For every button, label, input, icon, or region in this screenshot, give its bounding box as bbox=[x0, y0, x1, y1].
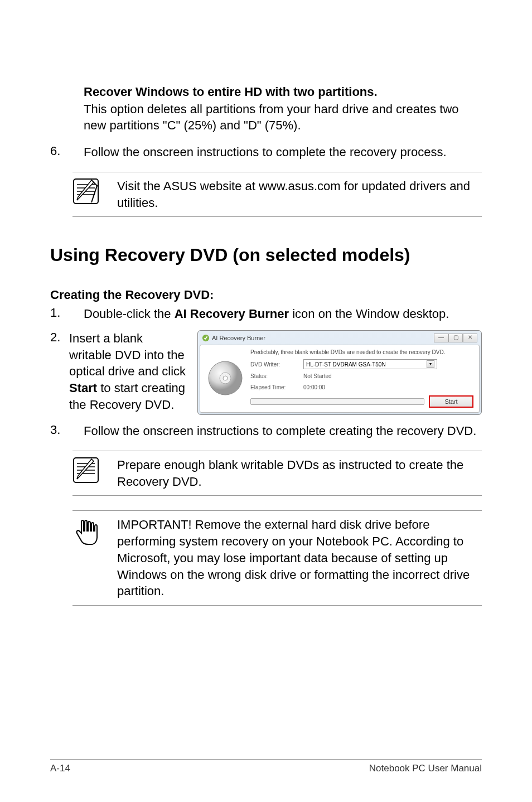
recover-title: Recover Windows to entire HD with two pa… bbox=[84, 84, 482, 101]
writer-value: HL-DT-ST DVDRAM GSA-T50N bbox=[306, 361, 386, 369]
maximize-button[interactable]: ▢ bbox=[448, 334, 463, 342]
ai-recovery-burner-window: AI Recovery Burner — ▢ ✕ bbox=[197, 330, 482, 416]
burner-titlebar: AI Recovery Burner — ▢ ✕ bbox=[200, 332, 480, 345]
writer-row: DVD Writer: HL-DT-ST DVDRAM GSA-T50N ▾ bbox=[250, 359, 473, 369]
manual-label: Notebook PC User Manual bbox=[369, 763, 482, 774]
step-3: 3. Follow the onscreen instructions to c… bbox=[50, 423, 482, 439]
step-2-text: Insert a blank writable DVD into the opt… bbox=[69, 330, 186, 416]
chevron-down-icon[interactable]: ▾ bbox=[427, 360, 434, 368]
step-3-number: 3. bbox=[50, 423, 84, 439]
minimize-button[interactable]: — bbox=[434, 334, 448, 342]
important-text: IMPORTANT! Remove the external hard disk… bbox=[106, 516, 482, 599]
step-1-text: Double-click the AI Recovery Burner icon… bbox=[84, 306, 482, 322]
step-1: 1. Double-click the AI Recovery Burner i… bbox=[50, 306, 482, 322]
step-2-prefix: Insert a blank writable DVD into the opt… bbox=[69, 331, 186, 378]
recover-desc: This option deletes all partitions from … bbox=[84, 101, 482, 134]
svg-point-4 bbox=[223, 376, 228, 380]
status-row: Status: Not Started bbox=[250, 373, 473, 380]
step-6-text: Follow the onscreen instructions to comp… bbox=[84, 144, 482, 161]
note-prepare-text: Prepare enough blank writable DVDs as in… bbox=[106, 457, 482, 490]
note-asus-website: Visit the ASUS website at www.asus.com f… bbox=[72, 172, 482, 217]
writer-label: DVD Writer: bbox=[250, 361, 303, 369]
page-number: A-14 bbox=[50, 763, 70, 774]
start-button[interactable]: Start bbox=[429, 395, 473, 408]
step-2-bold: Start bbox=[69, 381, 97, 395]
burner-body: Predictably, three blank writable DVDs a… bbox=[200, 345, 480, 413]
step-1-prefix: Double-click the bbox=[84, 307, 175, 321]
writer-combo[interactable]: HL-DT-ST DVDRAM GSA-T50N ▾ bbox=[303, 359, 437, 369]
status-value: Not Started bbox=[303, 373, 473, 380]
note-icon bbox=[72, 178, 106, 205]
step-1-suffix: icon on the Window desktop. bbox=[289, 307, 449, 321]
status-label: Status: bbox=[250, 373, 303, 380]
hand-icon bbox=[72, 516, 106, 547]
step-2-number: 2. bbox=[50, 330, 69, 416]
important-note: IMPORTANT! Remove the external hard disk… bbox=[72, 510, 482, 605]
step-2: 2. Insert a blank writable DVD into the … bbox=[50, 330, 482, 416]
note-asus-text: Visit the ASUS website at www.asus.com f… bbox=[106, 178, 482, 211]
elapsed-value: 00:00:00 bbox=[303, 384, 473, 392]
burner-fields: Predictably, three blank writable DVDs a… bbox=[250, 349, 473, 408]
subheading-creating-dvd: Creating the Recovery DVD: bbox=[50, 288, 482, 302]
note-prepare-dvds: Prepare enough blank writable DVDs as in… bbox=[72, 451, 482, 496]
footer: A-14 Notebook PC User Manual bbox=[50, 759, 482, 774]
burner-title: AI Recovery Burner bbox=[212, 334, 434, 342]
step-1-number: 1. bbox=[50, 306, 84, 322]
window-controls: — ▢ ✕ bbox=[434, 334, 477, 342]
elapsed-label: Elapsed Time: bbox=[250, 384, 303, 392]
elapsed-row: Elapsed Time: 00:00:00 bbox=[250, 384, 473, 392]
close-button[interactable]: ✕ bbox=[463, 334, 477, 342]
step-1-bold: AI Recovery Burner bbox=[175, 307, 289, 321]
burner-app-icon bbox=[202, 334, 210, 342]
step-3-text: Follow the onscreen instructions to comp… bbox=[84, 423, 482, 439]
burner-predict-text: Predictably, three blank writable DVDs a… bbox=[250, 349, 473, 356]
note-icon bbox=[72, 457, 106, 484]
disc-icon bbox=[206, 349, 245, 408]
step-6: 6. Follow the onscreen instructions to c… bbox=[50, 144, 482, 161]
step-6-number: 6. bbox=[50, 144, 84, 161]
progress-bar bbox=[250, 398, 424, 405]
heading-recovery-dvd: Using Recovery DVD (on selected models) bbox=[50, 245, 482, 265]
